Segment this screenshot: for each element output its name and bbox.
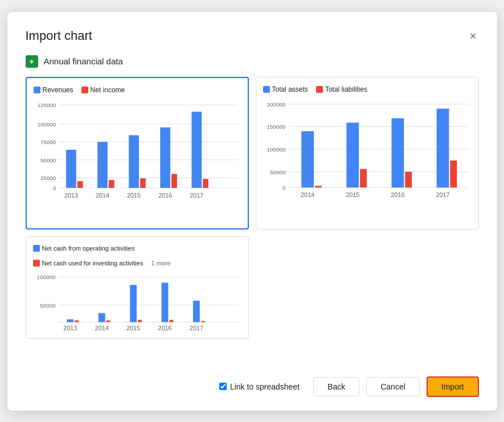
svg-text:50000: 50000 bbox=[270, 169, 286, 175]
svg-text:2014: 2014 bbox=[95, 191, 109, 198]
svg-rect-43 bbox=[436, 108, 449, 187]
svg-text:25000: 25000 bbox=[40, 175, 56, 181]
svg-rect-21 bbox=[203, 179, 208, 188]
legend-total-liabilities: Total liabilities bbox=[316, 85, 367, 93]
svg-rect-40 bbox=[360, 169, 367, 187]
revenues-label: Revenues bbox=[43, 86, 73, 94]
svg-text:2015: 2015 bbox=[127, 191, 141, 198]
svg-rect-59 bbox=[137, 319, 141, 322]
charts-grid: Revenues Net income 125000 100000 75000 … bbox=[26, 77, 479, 360]
svg-text:2016: 2016 bbox=[158, 191, 172, 198]
chart-card-cashflow[interactable]: Net cash from operating activities Net c… bbox=[26, 236, 249, 339]
chart3-area: 100000 50000 bbox=[33, 271, 241, 334]
svg-rect-62 bbox=[192, 301, 199, 322]
svg-text:125000: 125000 bbox=[37, 102, 56, 108]
svg-text:2017: 2017 bbox=[436, 191, 449, 198]
liabilities-label: Total liabilities bbox=[325, 85, 367, 93]
svg-rect-60 bbox=[161, 282, 168, 322]
investing-label: Net cash used for investing activities bbox=[42, 260, 144, 267]
svg-rect-13 bbox=[77, 181, 83, 188]
svg-rect-14 bbox=[97, 142, 108, 188]
assets-label: Total assets bbox=[272, 85, 308, 93]
liabilities-dot bbox=[316, 86, 323, 93]
svg-text:100000: 100000 bbox=[36, 274, 55, 280]
svg-rect-63 bbox=[200, 321, 204, 322]
svg-text:2016: 2016 bbox=[391, 191, 404, 198]
section-title: Annual financial data bbox=[44, 56, 123, 66]
svg-rect-18 bbox=[160, 127, 170, 187]
cancel-button[interactable]: Cancel bbox=[366, 377, 420, 396]
svg-rect-42 bbox=[405, 171, 412, 187]
legend-net-income: Net income bbox=[81, 86, 125, 94]
chart1-legend: Revenues Net income bbox=[34, 86, 241, 94]
net-income-label: Net income bbox=[91, 86, 125, 94]
svg-rect-39 bbox=[346, 122, 359, 187]
svg-text:50000: 50000 bbox=[40, 302, 56, 308]
net-income-dot bbox=[81, 87, 88, 93]
chart2-legend: Total assets Total liabilities bbox=[263, 85, 472, 93]
svg-rect-56 bbox=[98, 313, 105, 322]
dialog-footer: Link to spreadsheet Back Cancel Import bbox=[26, 370, 479, 397]
svg-rect-41 bbox=[391, 118, 404, 187]
link-checkbox[interactable] bbox=[219, 383, 227, 390]
svg-rect-15 bbox=[108, 180, 114, 188]
svg-rect-16 bbox=[129, 135, 139, 187]
link-checkbox-label: Link to spreadsheet bbox=[230, 382, 300, 391]
svg-text:150000: 150000 bbox=[267, 124, 285, 130]
svg-text:2013: 2013 bbox=[63, 325, 77, 331]
svg-text:2014: 2014 bbox=[301, 191, 314, 198]
close-button[interactable]: × bbox=[468, 28, 479, 44]
revenues-dot bbox=[34, 87, 40, 93]
svg-text:2014: 2014 bbox=[95, 325, 108, 331]
svg-text:100000: 100000 bbox=[37, 121, 56, 127]
svg-rect-19 bbox=[171, 174, 177, 188]
svg-rect-54 bbox=[67, 319, 73, 322]
dialog-title: Import chart bbox=[26, 28, 92, 43]
operating-label: Net cash from operating activities bbox=[42, 245, 135, 252]
svg-rect-57 bbox=[106, 320, 110, 322]
svg-text:2017: 2017 bbox=[189, 325, 203, 331]
dialog-header: Import chart × bbox=[26, 28, 479, 44]
svg-rect-44 bbox=[450, 160, 457, 187]
spreadsheet-icon: + bbox=[26, 55, 38, 68]
chart1-area: 125000 100000 75000 50000 25000 0 bbox=[34, 99, 241, 201]
svg-rect-58 bbox=[130, 285, 137, 322]
more-label: 1 more bbox=[151, 260, 170, 267]
svg-text:2016: 2016 bbox=[158, 325, 171, 331]
svg-text:2013: 2013 bbox=[64, 191, 77, 198]
svg-rect-37 bbox=[301, 131, 314, 187]
svg-text:0: 0 bbox=[282, 185, 286, 191]
svg-rect-20 bbox=[191, 112, 202, 188]
link-checkbox-area[interactable]: Link to spreadsheet bbox=[219, 382, 300, 391]
chart-card-assets[interactable]: Total assets Total liabilities 200000 15… bbox=[256, 77, 479, 230]
back-button[interactable]: Back bbox=[313, 377, 359, 396]
legend-operating: Net cash from operating activities bbox=[33, 245, 135, 252]
svg-rect-38 bbox=[315, 186, 322, 187]
legend-revenues: Revenues bbox=[34, 86, 73, 94]
svg-text:2017: 2017 bbox=[190, 191, 203, 198]
svg-rect-17 bbox=[140, 178, 145, 188]
svg-text:50000: 50000 bbox=[40, 157, 56, 163]
legend-total-assets: Total assets bbox=[263, 85, 308, 93]
operating-dot bbox=[33, 245, 40, 252]
chart-card-revenues[interactable]: Revenues Net income 125000 100000 75000 … bbox=[26, 77, 249, 230]
chart2-area: 200000 150000 100000 50000 0 bbox=[263, 98, 472, 200]
import-chart-dialog: Import chart × + Annual financial data R… bbox=[7, 12, 497, 411]
chart3-legend: Net cash from operating activities Net c… bbox=[33, 245, 241, 267]
svg-text:2015: 2015 bbox=[126, 325, 140, 331]
svg-rect-61 bbox=[169, 319, 173, 322]
svg-text:200000: 200000 bbox=[267, 101, 285, 107]
section-label: + Annual financial data bbox=[26, 55, 479, 68]
svg-text:0: 0 bbox=[52, 185, 56, 191]
investing-dot bbox=[33, 260, 40, 267]
import-button[interactable]: Import bbox=[427, 376, 479, 397]
svg-text:2015: 2015 bbox=[346, 191, 359, 198]
svg-rect-12 bbox=[66, 150, 76, 188]
legend-investing: Net cash used for investing activities bbox=[33, 260, 144, 267]
svg-text:75000: 75000 bbox=[40, 139, 56, 145]
svg-text:100000: 100000 bbox=[267, 146, 285, 152]
assets-dot bbox=[263, 86, 270, 93]
svg-rect-55 bbox=[75, 320, 79, 322]
